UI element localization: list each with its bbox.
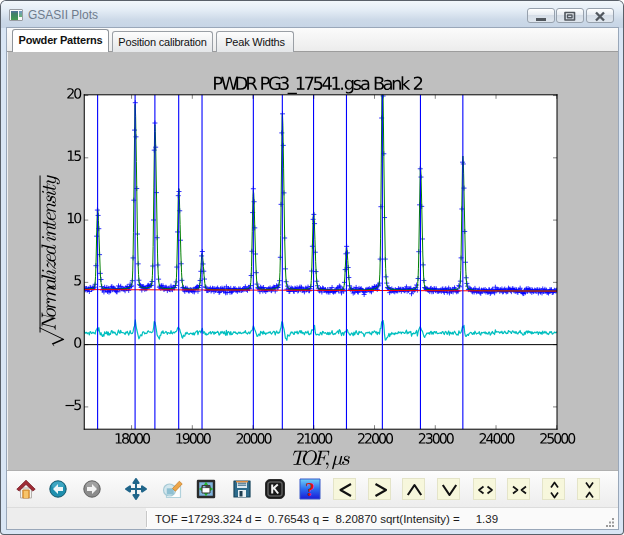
svg-text:?: ? (305, 479, 315, 500)
